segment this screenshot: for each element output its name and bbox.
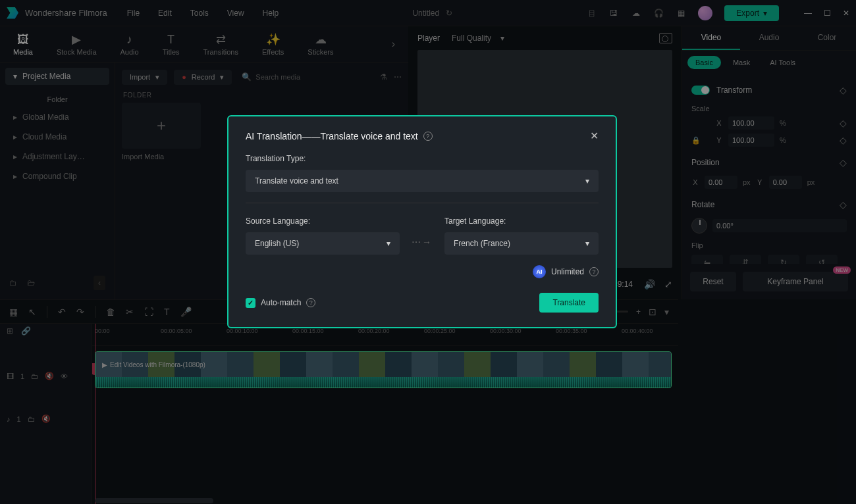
info-icon[interactable]: ? [423,132,433,141]
automatch-checkbox[interactable]: ✓ [246,298,255,308]
chevron-down-icon: ▾ [585,176,589,186]
translate-button[interactable]: Translate [539,293,599,313]
chevron-down-icon: ▾ [387,239,390,248]
ai-translation-dialog: AI Translation——Translate voice and text… [227,115,617,328]
arrow-icon: ⋯→ [412,237,433,247]
target-lang-select[interactable]: French (France)▾ [444,232,599,255]
source-lang-label: Source Language: [246,216,400,226]
chevron-down-icon: ▾ [585,239,589,248]
modal-title: AI Translation——Translate voice and text [246,131,418,141]
credit-label: Unlimited [551,267,584,276]
automatch-label: Auto-match [261,298,301,307]
translation-type-label: Translation Type: [246,154,599,163]
modal-close-icon[interactable]: ✕ [590,130,599,142]
info-icon[interactable]: ? [589,267,599,276]
info-icon[interactable]: ? [306,298,315,307]
target-lang-label: Target Language: [444,216,599,226]
translation-type-select[interactable]: Translate voice and text▾ [246,170,599,192]
source-lang-select[interactable]: English (US)▾ [246,232,400,255]
ai-badge-icon: AI [533,265,546,278]
